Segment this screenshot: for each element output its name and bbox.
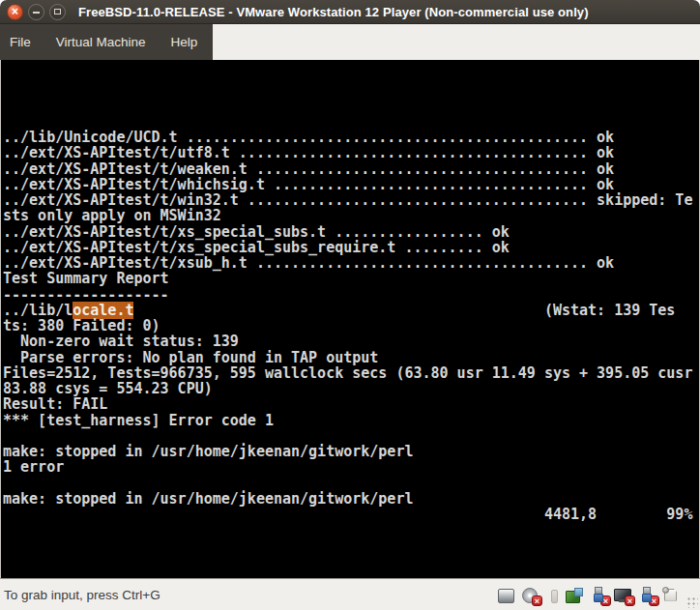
vm-console-screen[interactable]: ../lib/Unicode/UCD.t ...................… [0,60,700,578]
terminal-line: Files=2512, Tests=966735, 595 wallclock … [3,365,699,381]
terminal-line [3,428,699,444]
device-status-icons: ×××× [497,587,684,603]
disconnected-badge-icon: × [532,595,542,606]
terminal-line: ../ext/XS-APItest/t/utf8.t .............… [3,145,699,160]
terminal-line: *** [test_harness] Error code 1 [3,413,699,428]
menu-group: File Virtual Machine Help [0,24,213,60]
terminal-line: make: stopped in /usr/home/jkeenan/gitwo… [3,491,699,507]
terminal-line: ../ext/XS-APItest/t/xs_special_subs_requ… [3,240,699,255]
device-separator [545,587,559,603]
terminal-line: Test Summary Report [3,271,699,286]
window-title: FreeBSD-11.0-RELEASE - VMware Workstatio… [78,5,589,19]
terminal-line: ../lib/Unicode/UCD.t ...................… [3,130,699,145]
terminal-line: ../ext/XS-APItest/t/whichsig.t .........… [3,177,699,192]
statusbar: To grab input, press Ctrl+G ×××× [0,578,700,610]
terminal-line: ../lib/locale.t (Wstat: 139 Tes [3,303,699,318]
usb-device-icon[interactable]: × [638,587,656,603]
terminal-line: ../ext/XS-APItest/t/win32.t ............… [3,192,699,208]
terminal-output: ../lib/Unicode/UCD.t ...................… [3,130,699,522]
terminal-line: ------------------- [3,287,699,303]
terminal-line: make: stopped in /usr/home/jkeenan/gitwo… [3,444,699,459]
terminal-line: ts: 380 Failed: 0) [3,318,699,334]
terminal-line: Non-zero wait status: 139 [3,334,699,349]
terminal-line: sts only apply on MSWin32 [3,208,699,223]
grab-input-hint: To grab input, press Ctrl+G [4,588,160,602]
minimize-button[interactable] [28,4,44,20]
close-button[interactable]: × [7,4,23,20]
display-icon[interactable]: × [614,587,631,603]
terminal-line: 4481,8 99% [3,507,699,522]
terminal-line: 83.88 csys = 554.23 CPU) [3,381,699,396]
menu-file[interactable]: File [10,35,31,49]
vmware-player-window: × FreeBSD-11.0-RELEASE - VMware Workstat… [0,0,700,610]
usb-controller-icon[interactable]: × [590,587,607,603]
unity-notes-icon[interactable] [662,587,680,603]
titlebar[interactable]: × FreeBSD-11.0-RELEASE - VMware Workstat… [0,0,700,24]
disconnected-badge-icon: × [600,595,611,606]
minimize-icon [33,12,40,14]
terminal-line: ../ext/XS-APItest/t/xsub_h.t ...........… [3,255,699,271]
terminal-line: Parse errors: No plan found in TAP outpu… [3,350,699,365]
disconnected-badge-icon: × [649,595,659,606]
terminal-line: 1 error [3,459,699,475]
menu-help[interactable]: Help [171,35,198,49]
terminal-line [3,476,699,491]
resize-grip-icon[interactable] [685,595,698,608]
terminal-line: Result: FAIL [3,396,699,412]
terminal-line: ../ext/XS-APItest/t/xs_special_subs.t ..… [3,224,699,240]
network-adapter-icon[interactable] [566,587,583,603]
terminal-text: (Wstat: 139 Tes [133,302,675,319]
maximize-button[interactable] [49,4,66,20]
menu-virtual-machine[interactable]: Virtual Machine [56,35,146,49]
maximize-icon [54,9,61,15]
menubar: File Virtual Machine Help [0,24,700,60]
terminal-line: ../ext/XS-APItest/t/weaken.t ...........… [3,161,699,177]
hard-disk-icon[interactable] [497,587,514,603]
cdrom-icon[interactable]: × [521,587,539,603]
disconnected-badge-icon: × [625,595,635,606]
